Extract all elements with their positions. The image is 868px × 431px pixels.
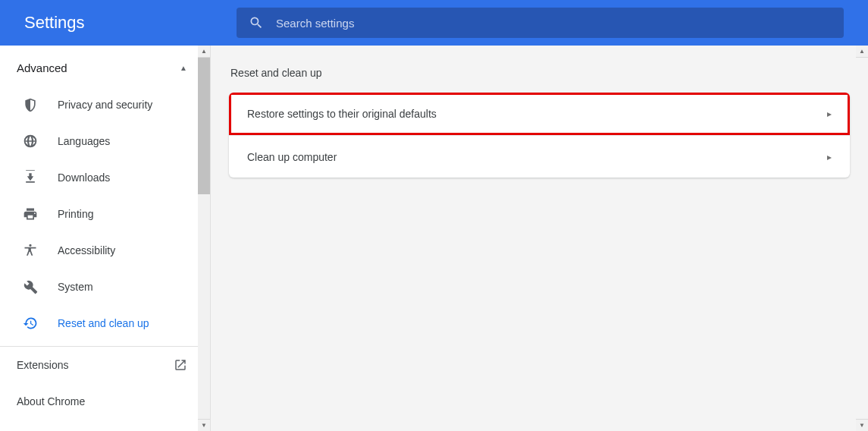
shield-icon bbox=[23, 97, 38, 112]
search-bar[interactable] bbox=[237, 8, 844, 38]
sidebar: ▲ ▼ Advanced ▲ Privacy and security Lang… bbox=[0, 46, 211, 431]
sidebar-link-about-chrome[interactable]: About Chrome bbox=[0, 383, 210, 420]
sidebar-item-languages[interactable]: Languages bbox=[0, 123, 210, 159]
sidebar-item-label: Reset and clean up bbox=[58, 317, 149, 329]
settings-card: Restore settings to their original defau… bbox=[229, 93, 850, 178]
header: Settings bbox=[0, 0, 868, 46]
section-title: Reset and clean up bbox=[229, 67, 850, 79]
wrench-icon bbox=[23, 279, 38, 294]
download-icon bbox=[23, 170, 38, 185]
sidebar-item-label: Printing bbox=[58, 208, 93, 220]
sidebar-item-label: System bbox=[58, 281, 93, 293]
sidebar-section-advanced[interactable]: Advanced ▲ bbox=[0, 49, 210, 87]
body: ▲ ▼ Advanced ▲ Privacy and security Lang… bbox=[0, 46, 868, 431]
row-label: Clean up computer bbox=[247, 151, 337, 163]
main-scroll-down[interactable]: ▼ bbox=[856, 419, 868, 431]
main-scroll-up[interactable]: ▲ bbox=[856, 46, 868, 58]
sidebar-scroll-down[interactable]: ▼ bbox=[198, 419, 210, 431]
chevron-right-icon: ▸ bbox=[827, 109, 832, 119]
chevron-up-icon: ▲ bbox=[180, 64, 187, 72]
sidebar-item-reset-clean-up[interactable]: Reset and clean up bbox=[0, 305, 210, 341]
sidebar-item-label: Languages bbox=[58, 135, 110, 147]
globe-icon bbox=[23, 134, 38, 149]
sidebar-scroll-up[interactable]: ▲ bbox=[198, 46, 210, 58]
row-clean-up-computer[interactable]: Clean up computer ▸ bbox=[229, 135, 850, 178]
page-title: Settings bbox=[24, 13, 237, 33]
sidebar-item-label: Downloads bbox=[58, 171, 110, 184]
search-input[interactable] bbox=[276, 17, 832, 30]
accessibility-icon bbox=[23, 243, 38, 258]
sidebar-item-downloads[interactable]: Downloads bbox=[0, 159, 210, 196]
chevron-right-icon: ▸ bbox=[827, 152, 832, 162]
restore-icon bbox=[23, 316, 38, 331]
main-content: ▲ ▼ Reset and clean up Restore settings … bbox=[211, 46, 868, 431]
main-inner: Reset and clean up Restore settings to t… bbox=[229, 67, 850, 178]
sidebar-item-privacy-security[interactable]: Privacy and security bbox=[0, 87, 210, 123]
search-icon bbox=[249, 15, 264, 30]
sidebar-item-label: Privacy and security bbox=[58, 99, 152, 111]
sidebar-item-system[interactable]: System bbox=[0, 269, 210, 305]
row-label: Restore settings to their original defau… bbox=[247, 108, 437, 120]
sidebar-item-printing[interactable]: Printing bbox=[0, 196, 210, 232]
sidebar-section-label: Advanced bbox=[17, 61, 67, 74]
open-in-new-icon bbox=[174, 358, 187, 372]
sidebar-link-label: Extensions bbox=[17, 359, 68, 371]
sidebar-link-extensions[interactable]: Extensions bbox=[0, 347, 210, 383]
sidebar-link-label: About Chrome bbox=[17, 395, 85, 407]
row-restore-defaults[interactable]: Restore settings to their original defau… bbox=[229, 93, 850, 135]
sidebar-scrollbar-thumb[interactable] bbox=[198, 58, 210, 194]
sidebar-item-accessibility[interactable]: Accessibility bbox=[0, 232, 210, 269]
sidebar-item-label: Accessibility bbox=[58, 244, 115, 256]
printer-icon bbox=[23, 206, 38, 222]
